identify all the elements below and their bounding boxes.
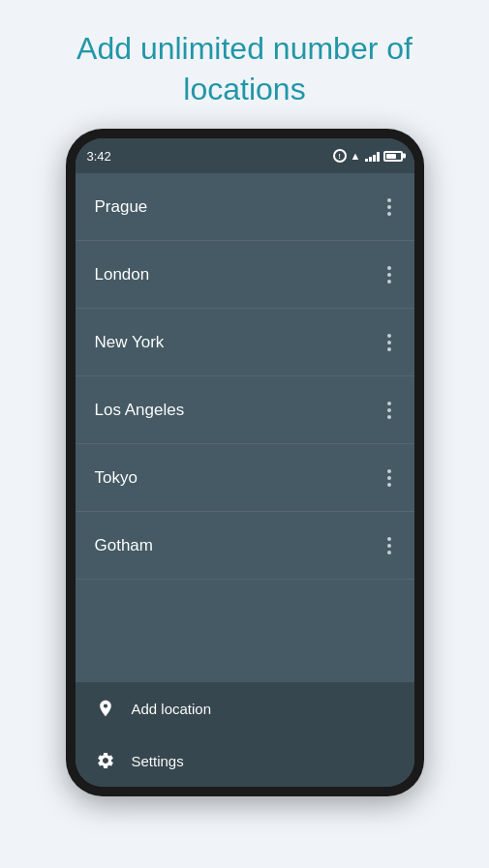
settings-gear-icon (95, 750, 116, 771)
settings-label: Settings (132, 753, 184, 769)
list-item[interactable]: Prague (76, 173, 414, 241)
list-item[interactable]: Gotham (76, 512, 414, 580)
status-icons: ! ▲ (333, 149, 403, 163)
location-name: Tokyo (95, 468, 138, 488)
location-name: New York (95, 333, 165, 352)
list-item[interactable]: New York (76, 309, 414, 376)
status-bar: 3:42 ! ▲ (76, 138, 414, 173)
more-options-button[interactable] (383, 465, 395, 491)
settings-button[interactable]: Settings (76, 734, 414, 787)
more-options-button[interactable] (383, 398, 395, 423)
phone-screen: 3:42 ! ▲ (76, 138, 414, 787)
list-item[interactable]: Tokyo (76, 444, 414, 512)
notification-icon: ! (333, 149, 347, 163)
more-options-button[interactable] (383, 195, 395, 220)
location-name: London (95, 265, 150, 284)
location-name: Prague (95, 197, 148, 217)
page-headline: Add unlimited number oflocations (47, 0, 442, 129)
location-name: Los Angeles (95, 401, 185, 420)
wifi-icon: ▲ (351, 150, 361, 162)
location-list: Prague London New York Los Angeles (76, 173, 414, 682)
headline-text: Add unlimited number oflocations (76, 31, 413, 106)
more-options-button[interactable] (383, 330, 395, 355)
location-pin-icon (95, 698, 116, 719)
more-options-button[interactable] (383, 262, 395, 287)
battery-icon (383, 151, 403, 162)
list-item[interactable]: London (76, 241, 414, 309)
add-location-label: Add location (132, 701, 212, 717)
add-location-button[interactable]: Add location (76, 682, 414, 734)
list-item[interactable]: Los Angeles (76, 376, 414, 444)
signal-icon (365, 150, 380, 162)
more-options-button[interactable] (383, 533, 395, 558)
bottom-menu: Add location Settings (76, 682, 414, 787)
status-time: 3:42 (87, 149, 111, 164)
phone-mockup: 3:42 ! ▲ (66, 129, 424, 796)
list-spacer (76, 580, 414, 682)
location-name: Gotham (95, 536, 153, 555)
